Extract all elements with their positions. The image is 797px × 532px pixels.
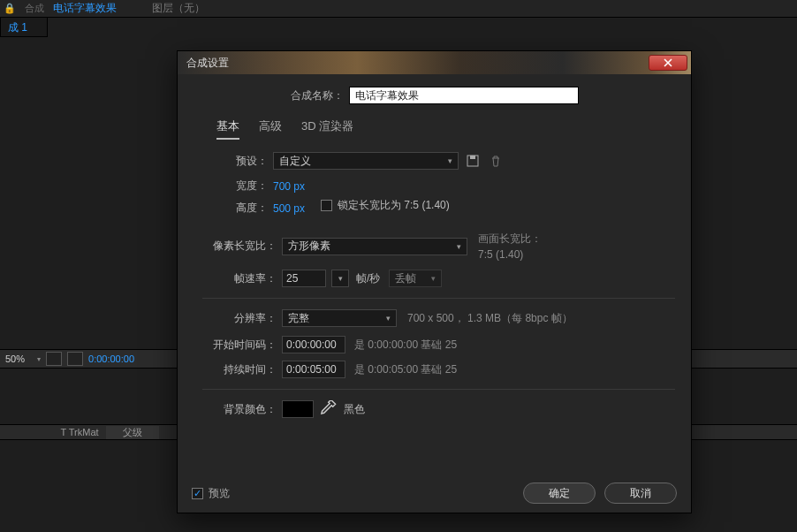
- chevron-down-icon: ▾: [386, 314, 391, 323]
- bgcolor-swatch[interactable]: [282, 400, 314, 418]
- save-preset-icon: [467, 155, 479, 167]
- col-trkmat: T TrkMat: [53, 427, 106, 437]
- dropframe-value: 丢帧: [395, 271, 416, 286]
- start-tc-info: 是 0:00:00:00 基础 25: [354, 338, 457, 353]
- composition-settings-dialog: 合成设置 合成名称： 基本 高级 3D 渲染器 预设： 自定义 ▾: [177, 50, 692, 513]
- close-button[interactable]: [649, 55, 687, 71]
- comp-name-label: 合成名称：: [291, 88, 349, 103]
- dropframe-dropdown: 丢帧 ▾: [389, 270, 442, 287]
- delete-preset-button[interactable]: [487, 152, 505, 170]
- cancel-button[interactable]: 取消: [604, 483, 677, 504]
- start-tc-input[interactable]: [282, 336, 345, 353]
- width-label: 宽度：: [229, 179, 268, 194]
- res-icon[interactable]: [46, 352, 62, 366]
- menu-comp: 合成: [25, 2, 44, 15]
- timeline-tab[interactable]: 成 1: [0, 18, 48, 37]
- tab-advanced[interactable]: 高级: [259, 118, 282, 140]
- divider: [202, 389, 675, 390]
- resolution-info: 700 x 500， 1.3 MB（每 8bpc 帧）: [407, 311, 573, 326]
- lock-aspect-checkbox[interactable]: [321, 200, 332, 211]
- current-timecode[interactable]: 0:00:00:00: [88, 353, 134, 364]
- height-label: 高度：: [229, 201, 268, 216]
- trash-icon: [490, 155, 502, 167]
- preset-label: 预设：: [202, 154, 268, 169]
- par-dropdown[interactable]: 方形像素 ▾: [282, 238, 467, 255]
- zoom-percent[interactable]: 50%: [5, 353, 32, 364]
- duration-label: 持续时间：: [202, 362, 277, 377]
- layer-none-label: 图层（无）: [152, 1, 205, 16]
- resolution-dropdown[interactable]: 完整 ▾: [282, 309, 397, 327]
- dialog-title: 合成设置: [186, 56, 229, 71]
- comp-name-input[interactable]: [349, 87, 579, 104]
- settings-tabs: 基本 高级 3D 渲染器: [216, 118, 675, 140]
- fps-unit: 帧/秒: [356, 271, 380, 286]
- chevron-down-icon[interactable]: ▾: [37, 355, 41, 363]
- duration-info: 是 0:00:05:00 基础 25: [354, 362, 457, 377]
- frame-ratio-value: 7:5 (1.40): [478, 248, 542, 261]
- height-value[interactable]: 500 px: [273, 202, 305, 215]
- comp-title: 电话字幕效果: [53, 1, 117, 16]
- col-parent: 父级: [106, 426, 159, 439]
- chevron-down-icon: ▾: [431, 274, 436, 283]
- fps-stepper[interactable]: ▾: [331, 270, 349, 287]
- resolution-label: 分辨率：: [229, 311, 277, 326]
- lock-icon: 🔒: [4, 3, 16, 14]
- app-topbar: 🔒 合成 电话字幕效果 图层（无）: [0, 0, 797, 18]
- preset-dropdown[interactable]: 自定义 ▾: [273, 152, 459, 170]
- eyedropper-button[interactable]: [319, 400, 337, 418]
- par-label: 像素长宽比：: [202, 239, 277, 254]
- chevron-down-icon: ▾: [338, 274, 343, 283]
- grid-icon[interactable]: [67, 352, 83, 366]
- save-preset-button[interactable]: [464, 152, 482, 170]
- svg-rect-1: [470, 156, 475, 159]
- duration-input[interactable]: [282, 361, 345, 378]
- dialog-titlebar[interactable]: 合成设置: [178, 51, 691, 74]
- width-value[interactable]: 700 px: [273, 180, 305, 193]
- bgcolor-name: 黑色: [344, 402, 365, 417]
- par-value: 方形像素: [288, 239, 330, 254]
- preview-label: 预览: [209, 486, 230, 501]
- chevron-down-icon: ▾: [457, 242, 461, 251]
- fps-label: 帧速率：: [229, 271, 277, 286]
- preset-value: 自定义: [279, 154, 311, 169]
- preview-checkbox[interactable]: [192, 488, 203, 499]
- divider: [202, 298, 675, 299]
- ok-button[interactable]: 确定: [523, 483, 596, 504]
- close-icon: [663, 58, 673, 67]
- tab-3d-renderer[interactable]: 3D 渲染器: [301, 118, 353, 140]
- eyedropper-icon: [319, 400, 337, 418]
- resolution-value: 完整: [288, 311, 309, 326]
- lock-aspect-label: 锁定长宽比为 7:5 (1.40): [338, 198, 450, 213]
- bgcolor-label: 背景颜色：: [202, 402, 277, 417]
- start-tc-label: 开始时间码：: [202, 338, 277, 353]
- fps-input[interactable]: [282, 270, 326, 287]
- tab-basic[interactable]: 基本: [216, 118, 239, 140]
- frame-ratio-label: 画面长宽比：: [478, 232, 542, 247]
- chevron-down-icon: ▾: [448, 156, 452, 165]
